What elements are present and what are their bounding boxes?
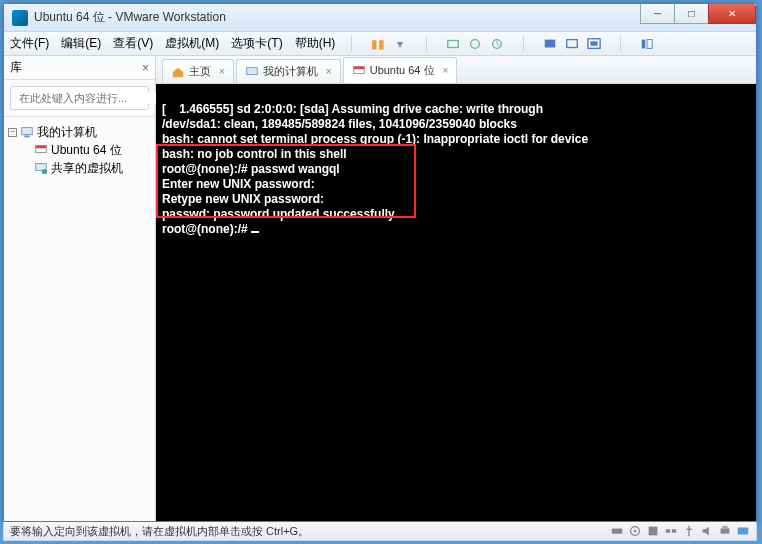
- collapse-icon[interactable]: −: [8, 128, 17, 137]
- message-icon[interactable]: [736, 524, 750, 538]
- tab-close-icon[interactable]: ×: [219, 66, 225, 77]
- home-icon: [171, 65, 185, 79]
- terminal-line: [ 1.466555] sd 2:0:0:0: [sda] Assuming d…: [162, 102, 543, 116]
- svg-rect-23: [649, 527, 658, 536]
- tab-bar: 主页 × 我的计算机 × Ubuntu 64 位 ×: [156, 56, 756, 84]
- menu-view[interactable]: 查看(V): [113, 35, 153, 52]
- disk-icon[interactable]: [610, 524, 624, 538]
- search-box[interactable]: ▼: [10, 86, 149, 110]
- pause-button[interactable]: ▮▮: [368, 34, 388, 54]
- separator: [426, 36, 427, 52]
- minimize-button[interactable]: ─: [640, 4, 674, 24]
- svg-rect-27: [722, 526, 727, 529]
- svg-rect-12: [24, 136, 29, 138]
- view-console-button[interactable]: [540, 34, 560, 54]
- tab-close-icon[interactable]: ×: [326, 66, 332, 77]
- vmware-icon: [12, 10, 28, 26]
- tree-label: 我的计算机: [37, 124, 97, 141]
- computer-icon: [245, 65, 259, 79]
- cursor-icon: [251, 231, 259, 233]
- tree-label: Ubuntu 64 位: [51, 142, 122, 159]
- sidebar: 库 × ▼ − 我的计算机 Ubuntu 64 位: [4, 56, 156, 521]
- vm-icon: [352, 64, 366, 78]
- vm-tree: − 我的计算机 Ubuntu 64 位 共享的虚拟机: [4, 116, 155, 521]
- separator: [351, 36, 352, 52]
- view-unity-button[interactable]: [562, 34, 582, 54]
- search-input[interactable]: [19, 92, 157, 104]
- shared-vm-icon: [34, 161, 48, 175]
- close-button[interactable]: ✕: [708, 4, 756, 24]
- terminal-line: root@(none):/#: [162, 222, 251, 236]
- svg-rect-11: [22, 128, 33, 135]
- svg-rect-6: [591, 41, 598, 45]
- menu-vm[interactable]: 虚拟机(M): [165, 35, 219, 52]
- svg-rect-14: [36, 146, 47, 149]
- snapshot-mgr-button[interactable]: [487, 34, 507, 54]
- svg-rect-24: [666, 529, 670, 533]
- maximize-button[interactable]: □: [674, 4, 708, 24]
- tree-root-mypc[interactable]: − 我的计算机: [8, 123, 151, 141]
- svg-rect-26: [721, 528, 730, 533]
- menu-edit[interactable]: 编辑(E): [61, 35, 101, 52]
- floppy-icon[interactable]: [646, 524, 660, 538]
- tree-node-ubuntu[interactable]: Ubuntu 64 位: [8, 141, 151, 159]
- tab-label: 我的计算机: [263, 64, 318, 79]
- sidebar-close-button[interactable]: ×: [142, 61, 149, 75]
- main-area: 库 × ▼ − 我的计算机 Ubuntu 64 位: [4, 56, 756, 521]
- svg-point-16: [42, 169, 47, 174]
- tab-label: Ubuntu 64 位: [370, 63, 435, 78]
- content-area: 主页 × 我的计算机 × Ubuntu 64 位 × [ 1.466555] s…: [156, 56, 756, 521]
- svg-rect-19: [353, 66, 364, 69]
- separator: [620, 36, 621, 52]
- menu-tabs[interactable]: 选项卡(T): [231, 35, 282, 52]
- highlight-box: [156, 144, 416, 218]
- menubar: 文件(F) 编辑(E) 查看(V) 虚拟机(M) 选项卡(T) 帮助(H) ▮▮…: [4, 32, 756, 56]
- svg-rect-0: [448, 40, 459, 47]
- tab-ubuntu[interactable]: Ubuntu 64 位 ×: [343, 57, 458, 83]
- cd-icon[interactable]: [628, 524, 642, 538]
- titlebar[interactable]: Ubuntu 64 位 - VMware Workstation ─ □ ✕: [4, 4, 756, 32]
- tab-home[interactable]: 主页 ×: [162, 59, 234, 83]
- fullscreen-button[interactable]: [584, 34, 604, 54]
- svg-rect-20: [612, 528, 623, 533]
- tab-label: 主页: [189, 64, 211, 79]
- vm-icon: [34, 143, 48, 157]
- printer-icon[interactable]: [718, 524, 732, 538]
- send-keys-button[interactable]: [443, 34, 463, 54]
- network-icon[interactable]: [664, 524, 678, 538]
- separator: [523, 36, 524, 52]
- library-toggle-button[interactable]: [637, 34, 657, 54]
- svg-rect-28: [738, 528, 749, 535]
- svg-rect-8: [647, 39, 652, 48]
- vm-console[interactable]: [ 1.466555] sd 2:0:0:0: [sda] Assuming d…: [156, 84, 756, 521]
- tree-label: 共享的虚拟机: [51, 160, 123, 177]
- tab-close-icon[interactable]: ×: [443, 65, 449, 76]
- power-dropdown[interactable]: ▾: [390, 34, 410, 54]
- sound-icon[interactable]: [700, 524, 714, 538]
- status-bar: 要将输入定向到该虚拟机，请在虚拟机内部单击或按 Ctrl+G。: [3, 522, 757, 541]
- menu-file[interactable]: 文件(F): [10, 35, 49, 52]
- terminal-line: /dev/sda1: clean, 189485/589824 files, 1…: [162, 117, 517, 131]
- window-title: Ubuntu 64 位 - VMware Workstation: [34, 9, 226, 26]
- status-tray: [610, 524, 750, 538]
- computer-icon: [20, 125, 34, 139]
- tree-node-shared[interactable]: 共享的虚拟机: [8, 159, 151, 177]
- status-text: 要将输入定向到该虚拟机，请在虚拟机内部单击或按 Ctrl+G。: [10, 524, 309, 539]
- svg-point-22: [634, 530, 637, 533]
- menu-help[interactable]: 帮助(H): [295, 35, 336, 52]
- svg-rect-3: [545, 39, 556, 47]
- usb-icon[interactable]: [682, 524, 696, 538]
- svg-rect-17: [247, 67, 258, 74]
- tab-mypc[interactable]: 我的计算机 ×: [236, 59, 341, 83]
- svg-point-1: [471, 39, 480, 48]
- svg-rect-4: [567, 39, 578, 47]
- sidebar-title: 库: [10, 59, 142, 76]
- app-window: Ubuntu 64 位 - VMware Workstation ─ □ ✕ 文…: [3, 3, 757, 522]
- svg-rect-25: [672, 529, 676, 533]
- snapshot-button[interactable]: [465, 34, 485, 54]
- svg-rect-7: [642, 39, 646, 48]
